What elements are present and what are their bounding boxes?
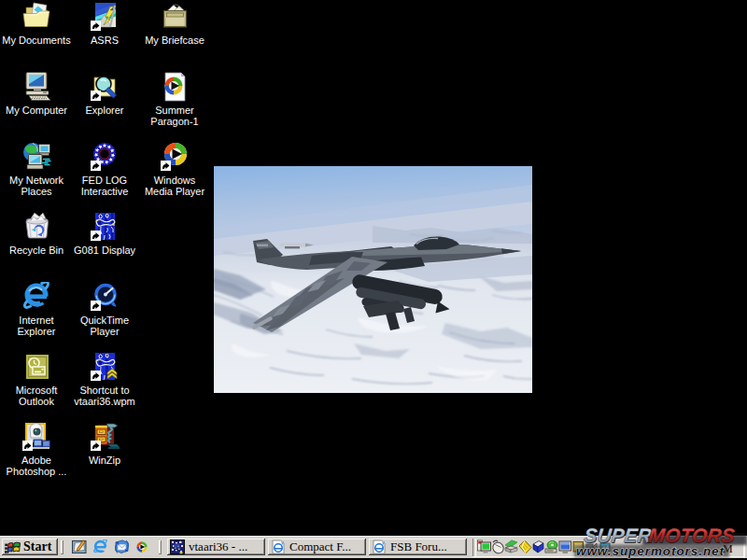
svg-text:SUPER: SUPER (583, 525, 653, 546)
svg-text:www.supermotors.net: www.supermotors.net (576, 544, 725, 558)
svg-text:MOTORS: MOTORS (647, 525, 735, 546)
